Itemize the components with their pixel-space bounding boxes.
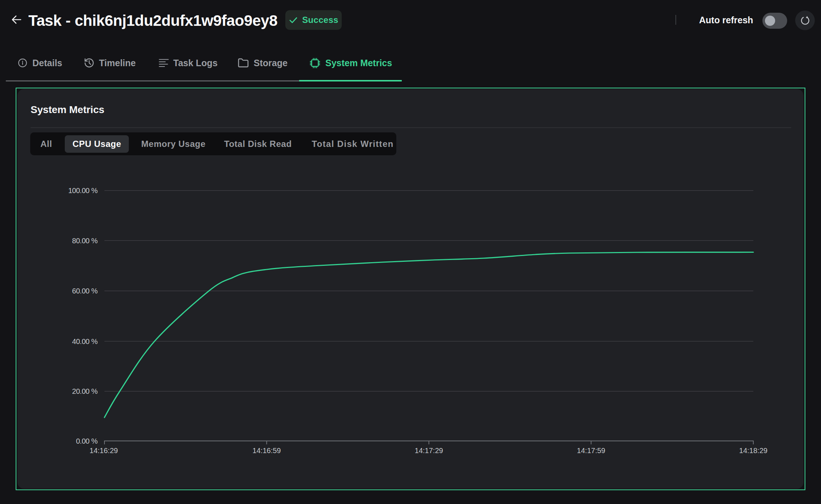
svg-text:80.00 %: 80.00 % — [72, 237, 98, 245]
svg-text:14:16:59: 14:16:59 — [253, 447, 281, 455]
svg-text:20.00 %: 20.00 % — [72, 387, 98, 395]
svg-text:60.00 %: 60.00 % — [72, 287, 98, 295]
svg-text:40.00 %: 40.00 % — [72, 337, 98, 345]
svg-text:14:17:29: 14:17:29 — [415, 447, 443, 455]
svg-text:0.00 %: 0.00 % — [76, 437, 98, 445]
svg-text:14:18:29: 14:18:29 — [739, 447, 768, 455]
svg-text:100.00 %: 100.00 % — [68, 187, 98, 195]
svg-text:14:16:29: 14:16:29 — [90, 447, 118, 455]
svg-text:14:17:59: 14:17:59 — [577, 447, 605, 455]
